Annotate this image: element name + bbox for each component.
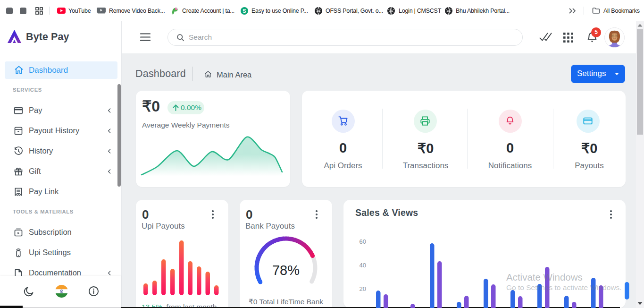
svg-text:S: S — [243, 8, 246, 14]
